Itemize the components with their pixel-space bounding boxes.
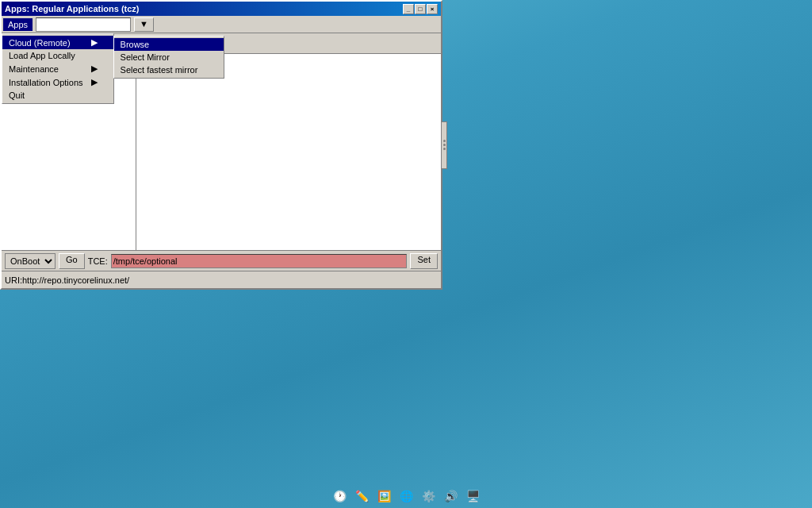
go-button[interactable]: Go bbox=[59, 253, 85, 269]
taskbar: 🕐 ✏️ 🖼️ 🌐 ⚙️ 🔊 🖥️ bbox=[0, 484, 812, 508]
title-bar: Apps: Regular Applications (tcz) _ □ × bbox=[2, 2, 441, 16]
maintenance-item[interactable]: Maintenance ▶ bbox=[2, 62, 113, 75]
uri-value: http://repo.tinycorelinux.net/ bbox=[22, 275, 129, 285]
load-app-locally-item[interactable]: Load App Locally bbox=[2, 49, 113, 62]
maintenance-arrow-icon: ▶ bbox=[91, 64, 98, 74]
uri-label: URI: bbox=[5, 275, 22, 285]
installation-options-item[interactable]: Installation Options ▶ bbox=[2, 75, 113, 89]
window-title: Apps: Regular Applications (tcz) bbox=[5, 4, 140, 13]
search-input[interactable] bbox=[36, 17, 131, 32]
resize-dot-3 bbox=[443, 148, 446, 150]
onboot-select[interactable]: OnBoot bbox=[5, 253, 56, 269]
select-fastest-mirror-item[interactable]: Select fastest mirror bbox=[114, 64, 224, 76]
minimize-button[interactable]: _ bbox=[403, 4, 414, 14]
right-panel bbox=[136, 54, 441, 250]
taskbar-settings-icon[interactable]: ⚙️ bbox=[419, 487, 438, 506]
maximize-button[interactable]: □ bbox=[415, 4, 426, 14]
cloud-remote-item-container: Cloud (Remote) ▶ Browse Select Mirror Se… bbox=[2, 36, 113, 49]
cloud-remote-item[interactable]: Cloud (Remote) ▶ bbox=[2, 36, 113, 49]
select-mirror-item[interactable]: Select Mirror bbox=[114, 51, 224, 64]
resize-dot-2 bbox=[443, 144, 446, 146]
set-button[interactable]: Set bbox=[410, 253, 438, 269]
taskbar-audio-icon[interactable]: 🔊 bbox=[441, 487, 460, 506]
browse-item[interactable]: Browse bbox=[114, 38, 224, 51]
apps-menu[interactable]: Apps bbox=[3, 18, 33, 31]
quit-item[interactable]: Quit bbox=[2, 89, 113, 102]
resize-handle[interactable] bbox=[441, 121, 447, 169]
title-bar-buttons: _ □ × bbox=[403, 4, 438, 14]
close-button[interactable]: × bbox=[427, 4, 438, 14]
apps-dropdown-menu: Cloud (Remote) ▶ Browse Select Mirror Se… bbox=[2, 33, 114, 104]
bottom-bar: OnBoot Go TCE: Set bbox=[2, 250, 441, 271]
taskbar-clock-icon[interactable]: 🕐 bbox=[330, 487, 349, 506]
taskbar-network-icon[interactable]: 🌐 bbox=[396, 487, 416, 506]
taskbar-display-icon[interactable]: 🖥️ bbox=[463, 487, 482, 506]
app-window: Apps: Regular Applications (tcz) _ □ × A… bbox=[0, 0, 442, 290]
taskbar-edit-icon[interactable]: ✏️ bbox=[352, 487, 371, 506]
menu-bar: Apps ▼ Cloud (Remote) ▶ Browse Select Mi… bbox=[2, 16, 441, 33]
taskbar-image-icon[interactable]: 🖼️ bbox=[374, 487, 393, 506]
submenu-arrow-icon: ▶ bbox=[91, 37, 98, 48]
installation-options-arrow-icon: ▶ bbox=[91, 77, 98, 87]
resize-dot-1 bbox=[443, 140, 446, 142]
search-button[interactable]: ▼ bbox=[134, 17, 154, 32]
tce-label: TCE: bbox=[88, 256, 108, 266]
tce-input[interactable] bbox=[111, 254, 408, 268]
uri-bar: URI: http://repo.tinycorelinux.net/ bbox=[2, 271, 441, 288]
cloud-remote-submenu: Browse Select Mirror Select fastest mirr… bbox=[113, 36, 224, 79]
